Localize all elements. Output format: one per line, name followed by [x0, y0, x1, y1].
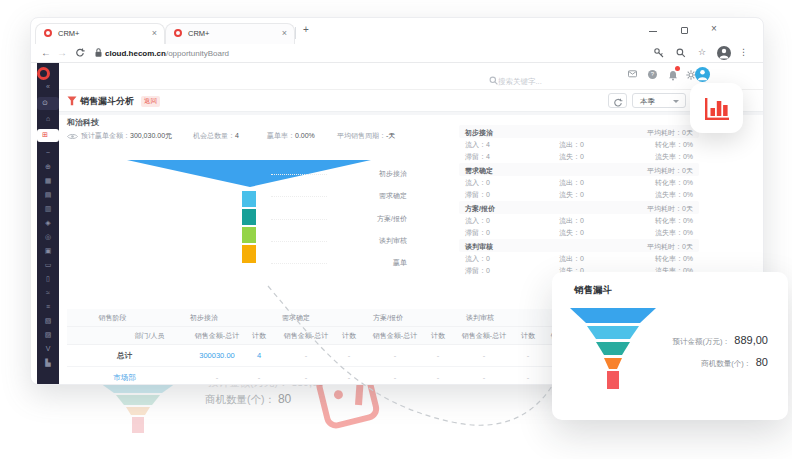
- card-amount-line: 预计金额(万元)： 889,00: [672, 330, 768, 348]
- bookmark-star-icon[interactable]: ☆: [698, 47, 706, 57]
- browser-profile-avatar[interactable]: [717, 46, 731, 60]
- window-maximize-button[interactable]: [681, 27, 688, 34]
- sidebar-home-icon[interactable]: ⌂: [37, 115, 59, 122]
- bar-chart-icon: [703, 95, 731, 122]
- funnel-stage-5-shape[interactable]: [242, 245, 256, 263]
- period-select[interactable]: 本季: [632, 93, 686, 108]
- browser-tab-1[interactable]: CRM+ ×: [35, 23, 165, 44]
- funnel-stage-label: 初步接洽: [327, 169, 407, 179]
- funnel-stage-2-shape[interactable]: [242, 191, 256, 207]
- back-icon[interactable]: ←: [41, 47, 51, 58]
- sidebar-wave-icon[interactable]: ≈: [37, 289, 59, 296]
- cell-count: -: [334, 367, 364, 385]
- card-count-line: 商机数量(个)： 80: [701, 352, 768, 370]
- sidebar-files-icon[interactable]: ▥: [37, 205, 59, 213]
- cell-amount: -: [454, 367, 514, 385]
- global-search[interactable]: [489, 70, 582, 88]
- cell-amount: -: [276, 345, 336, 367]
- forward-icon[interactable]: →: [57, 47, 67, 58]
- group-header: 初步接洽: [158, 309, 250, 327]
- bell-icon[interactable]: [668, 70, 678, 81]
- leader-line: [271, 174, 327, 175]
- window-close-button[interactable]: ×: [711, 23, 717, 34]
- sub-header-count: 计数: [334, 327, 364, 345]
- company-name: 和治科技: [67, 117, 99, 128]
- leader-line: [271, 219, 327, 220]
- sidebar-analytics-icon[interactable]: ~: [37, 149, 59, 156]
- sidebar-chat-icon[interactable]: ▭: [37, 261, 59, 269]
- group-header: 谈判审核: [434, 309, 526, 327]
- browser-menu-icon[interactable]: ⋮: [739, 47, 748, 57]
- refresh-button[interactable]: [608, 93, 627, 108]
- stage-metrics-header-1: 初步接洽平均耗时：0天: [459, 125, 699, 138]
- row-name-link[interactable]: 市场部: [67, 367, 182, 385]
- window-minimize-button[interactable]: [649, 31, 657, 32]
- sidebar-card-icon[interactable]: ▣: [37, 247, 59, 255]
- sidebar-chart-icon[interactable]: ▙: [37, 359, 59, 367]
- app-header: [59, 63, 764, 90]
- new-tab-button[interactable]: +: [303, 24, 309, 35]
- page-title: 销售漏斗分析: [80, 95, 134, 108]
- search-input[interactable]: [498, 77, 582, 86]
- cell-amount: -: [365, 367, 425, 385]
- sidebar-collapse-icon[interactable]: «: [37, 83, 59, 90]
- funnel-stage-4-shape[interactable]: [242, 227, 256, 243]
- reload-icon[interactable]: [75, 48, 85, 58]
- sidebar-apps-icon-active[interactable]: ⊞: [37, 129, 59, 142]
- leader-line: [271, 241, 327, 242]
- cell-count: -: [423, 367, 453, 385]
- address-bar: ← → cloud.hecom.cn/opportunityBoard ☆ ⋮: [31, 44, 764, 63]
- sub-header-count: 计数: [244, 327, 274, 345]
- page-title-tag[interactable]: 返回: [141, 96, 160, 107]
- help-icon[interactable]: ?: [648, 70, 657, 79]
- sidebar-target-icon[interactable]: ◎: [37, 233, 59, 241]
- person-icon: [695, 67, 710, 82]
- stage-metrics-row: 滞留：4流失：0流失率：0%: [459, 151, 699, 163]
- screenshot-root: 预计金额(万元)： 889,00 商机数量(个)： 80 CRM+ × CRM+…: [0, 0, 792, 459]
- corner-header-bottom: 部门/人员: [107, 327, 192, 345]
- tab-close-icon[interactable]: ×: [282, 28, 287, 38]
- sidebar-docs-icon[interactable]: ▯: [37, 275, 59, 283]
- sidebar-folder-icon[interactable]: ▧: [37, 317, 59, 325]
- stat-win-rate: 赢单率：0.00%: [267, 131, 315, 141]
- bar-chart-icon-card: [690, 83, 743, 133]
- person-icon: [717, 46, 731, 60]
- funnel-stage-label: 赢单: [327, 258, 407, 268]
- cell-count[interactable]: 4: [244, 345, 274, 367]
- url-text[interactable]: cloud.hecom.cn/opportunityBoard: [105, 49, 229, 58]
- sidebar-menu-icon[interactable]: ≡: [37, 303, 59, 310]
- stat-opportunity-count: 机会总数量：4: [193, 131, 239, 141]
- user-avatar[interactable]: [695, 67, 710, 82]
- sidebar-tasks-icon[interactable]: ▤: [37, 191, 59, 199]
- sub-header-amount: 销售金额-总计: [276, 327, 336, 345]
- sub-header-amount: 销售金额-总计: [187, 327, 247, 345]
- lock-icon[interactable]: [95, 48, 102, 58]
- funnel-stage-3-shape[interactable]: [242, 209, 256, 225]
- group-header: 方案/报价: [342, 309, 434, 327]
- sidebar-calendar-icon[interactable]: ▦: [37, 177, 59, 185]
- sidebar-reports-icon[interactable]: ▨: [37, 331, 59, 339]
- cell-amount: -: [365, 345, 425, 367]
- stage-metrics-row: 流入：0流出：0转化率：0%: [459, 215, 699, 227]
- key-icon[interactable]: [654, 48, 664, 58]
- group-header: 需求确定: [250, 309, 342, 327]
- funnel-stage-label: 方案/报价: [327, 214, 407, 224]
- sidebar-vip-icon[interactable]: V: [37, 345, 59, 352]
- sidebar-create-icon[interactable]: ⊕: [37, 163, 59, 171]
- cell-amount[interactable]: 300030.00: [187, 345, 247, 367]
- stat-avg-cycle: 平均销售周期：-天: [337, 131, 395, 141]
- cell-count: -: [513, 345, 543, 367]
- sub-header-amount: 销售金额-总计: [365, 327, 425, 345]
- row-name: 总计: [67, 345, 182, 367]
- mail-icon[interactable]: [628, 70, 637, 78]
- tab-separator: [295, 27, 296, 39]
- tab-close-icon[interactable]: ×: [152, 28, 157, 38]
- stage-metrics-row: 流入：0流出：0转化率：0%: [459, 177, 699, 189]
- sales-funnel-card: 销售漏斗 预计金额(万元)： 889,00 商机数量(个)： 80: [552, 272, 788, 420]
- browser-tab-2[interactable]: CRM+ ×: [165, 23, 295, 44]
- cell-count: -: [244, 367, 274, 385]
- sidebar-search-icon[interactable]: ⊙: [37, 97, 59, 110]
- stage-metrics-row: 流入：0流出：0转化率：0%: [459, 253, 699, 265]
- sidebar-settings-icon[interactable]: ◈: [37, 219, 59, 227]
- zoom-icon[interactable]: [676, 48, 686, 58]
